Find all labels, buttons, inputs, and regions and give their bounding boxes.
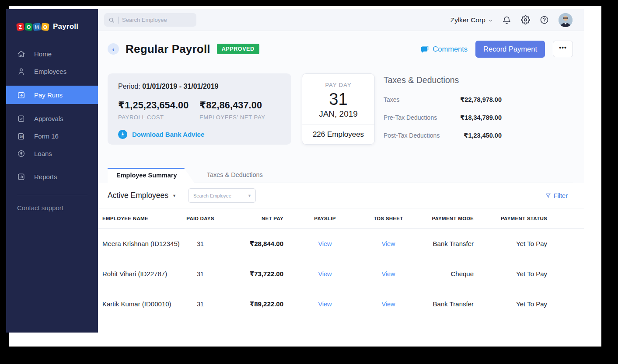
- payroll-cost-value: ₹1,25,23,654.00: [118, 100, 199, 111]
- app-window: Z O H O Payroll Home Employees Pay R: [6, 9, 584, 333]
- payslip-view-link[interactable]: View: [318, 301, 332, 308]
- contact-support-link[interactable]: Contact support: [6, 195, 98, 211]
- pay-day-month: JAN, 2019: [302, 109, 374, 119]
- caret-down-icon: ▼: [172, 194, 176, 198]
- payroll-cost-block: ₹1,25,23,654.00 PAYROLL COST: [118, 100, 199, 121]
- tax-label: Post-Tax Deductions: [384, 132, 440, 139]
- col-net-pay: NET PAY: [220, 216, 288, 221]
- sidebar-item-reports[interactable]: Reports: [6, 168, 98, 185]
- page-header: ‹ Regular Payroll APPROVED Comments Reco…: [108, 39, 573, 59]
- logo-tile-z: Z: [16, 23, 24, 31]
- page-top-section: ‹ Regular Payroll APPROVED Comments Reco…: [98, 31, 584, 183]
- col-payslip: PAYSLIP: [288, 216, 362, 221]
- period-value: 01/01/2019 - 31/01/2019: [142, 83, 218, 90]
- pay-day-card: PAY DAY 31 JAN, 2019 226 Employees: [302, 73, 375, 145]
- reports-icon: [17, 173, 25, 181]
- sidebar: Z O H O Payroll Home Employees Pay R: [6, 9, 98, 333]
- table-row[interactable]: Meera Krishnan (ID12345) 31 ₹28,844.00 V…: [98, 229, 584, 259]
- main-area: Search Employee Zylker Corp ⌄: [98, 9, 584, 333]
- back-button[interactable]: ‹: [108, 43, 119, 55]
- tabs: Employee Summary Taxes & Deductions: [108, 169, 573, 183]
- nav-gap: [6, 162, 98, 168]
- tds-view-link[interactable]: View: [381, 240, 395, 247]
- sidebar-item-form-16[interactable]: 16 Form 16: [6, 127, 98, 145]
- employee-name: Rohit Vihari (ID22787): [102, 270, 181, 277]
- net-pay-value: ₹82,86,437.00: [199, 100, 281, 111]
- sidebar-item-approvals[interactable]: Approvals: [6, 110, 98, 127]
- download-icon: [118, 130, 127, 139]
- tds-view-link[interactable]: View: [381, 270, 395, 277]
- taxes-deductions-summary: Taxes & Deductions Taxes ₹22,78,978.00 P…: [384, 73, 502, 145]
- sidebar-item-label: Reports: [34, 173, 57, 180]
- screenshot-frame: Z O H O Payroll Home Employees Pay R: [0, 0, 618, 364]
- search-placeholder: Search Employee: [122, 17, 167, 23]
- net-pay-block: ₹82,86,437.00 EMPLOYEES’ NET PAY: [199, 100, 281, 121]
- employee-table: EMPLOYEE NAME PAID DAYS NET PAY PAYSLIP …: [98, 208, 584, 319]
- approvals-icon: [17, 114, 25, 123]
- employee-search-input[interactable]: [193, 193, 248, 198]
- filter-button[interactable]: Filter: [545, 192, 568, 199]
- col-employee-name: EMPLOYEE NAME: [102, 216, 181, 221]
- global-search-input[interactable]: Search Employee: [104, 13, 196, 27]
- payslip-view-link[interactable]: View: [318, 270, 332, 277]
- employee-name: Meera Krishnan (ID12345): [102, 240, 181, 247]
- col-tds-sheet: TDS SHEET: [362, 216, 415, 221]
- table-row[interactable]: Rohit Vihari (ID22787) 31 ₹73,722.00 Vie…: [98, 259, 584, 289]
- paid-days: 31: [181, 270, 220, 277]
- period-line: Period: 01/01/2019 - 31/01/2019: [118, 83, 281, 90]
- sidebar-item-label: Pay Runs: [34, 91, 63, 99]
- period-card: Period: 01/01/2019 - 31/01/2019 ₹1,25,23…: [108, 73, 291, 145]
- filter-label: Filter: [554, 192, 568, 199]
- employee-scope-label: Active Employees: [108, 191, 168, 200]
- payment-mode: Cheque: [415, 270, 474, 277]
- payment-status: Yet To Pay: [474, 240, 572, 247]
- settings-gear-icon[interactable]: [521, 15, 530, 24]
- logo-tile-h: H: [33, 23, 41, 31]
- tax-row-taxes: Taxes ₹22,78,978.00: [384, 96, 502, 103]
- payment-mode: Bank Transfer: [415, 240, 474, 247]
- sidebar-item-label: Loans: [34, 150, 52, 157]
- org-switcher[interactable]: Zylker Corp ⌄: [450, 16, 492, 24]
- employee-name: Kartik Kumar (ID00010): [102, 300, 181, 308]
- tax-value: ₹18,34,789.00: [460, 114, 502, 121]
- pay-runs-icon: [17, 91, 25, 99]
- caret-down-icon: ▼: [248, 194, 251, 198]
- taxes-title: Taxes & Deductions: [384, 75, 502, 85]
- download-bank-advice-link[interactable]: Download Bank Advice: [118, 130, 281, 139]
- svg-text:16: 16: [20, 135, 23, 138]
- table-row[interactable]: Kartik Kumar (ID00010) 31 ₹89,222.00 Vie…: [98, 289, 584, 319]
- net-pay: ₹73,722.00: [220, 270, 288, 278]
- table-header-row: EMPLOYEE NAME PAID DAYS NET PAY PAYSLIP …: [98, 208, 584, 229]
- sidebar-item-home[interactable]: Home: [6, 45, 98, 62]
- summary-cards: Period: 01/01/2019 - 31/01/2019 ₹1,25,23…: [108, 73, 573, 145]
- sidebar-item-pay-runs[interactable]: Pay Runs: [6, 86, 98, 104]
- tax-value: ₹1,23,450.00: [464, 132, 502, 139]
- help-icon[interactable]: [540, 15, 549, 24]
- header-actions: Comments Record Payment •••: [420, 41, 573, 58]
- zoho-payroll-logo: Z O H O Payroll: [6, 9, 98, 34]
- comments-icon: [420, 45, 429, 53]
- col-payment-mode: PAYMENT MODE: [415, 216, 474, 221]
- avatar-image: [559, 13, 573, 27]
- tab-taxes-deductions[interactable]: Taxes & Deductions: [195, 167, 272, 183]
- record-payment-button[interactable]: Record Payment: [475, 41, 545, 58]
- status-badge: APPROVED: [217, 44, 259, 54]
- user-avatar[interactable]: [559, 13, 573, 27]
- comments-button[interactable]: Comments: [420, 45, 468, 53]
- tds-view-link[interactable]: View: [381, 301, 395, 308]
- tab-employee-summary[interactable]: Employee Summary: [108, 168, 195, 183]
- payroll-cost-label: PAYROLL COST: [118, 114, 199, 121]
- loans-icon: [17, 149, 25, 158]
- nav-gap: [6, 80, 98, 86]
- logo-tile-o2: O: [41, 23, 49, 31]
- sidebar-item-employees[interactable]: Employees: [6, 62, 98, 80]
- payslip-view-link[interactable]: View: [318, 240, 332, 247]
- tax-row-post-tax: Post-Tax Deductions ₹1,23,450.00: [384, 132, 502, 139]
- notifications-bell-icon[interactable]: [502, 15, 511, 24]
- employee-scope-dropdown[interactable]: Active Employees ▼: [108, 191, 176, 200]
- employee-search-select[interactable]: ▼: [188, 188, 256, 203]
- sidebar-item-loans[interactable]: Loans: [6, 145, 98, 162]
- more-options-button[interactable]: •••: [553, 41, 573, 57]
- pay-day-number: 31: [302, 90, 374, 109]
- download-label: Download Bank Advice: [132, 131, 204, 138]
